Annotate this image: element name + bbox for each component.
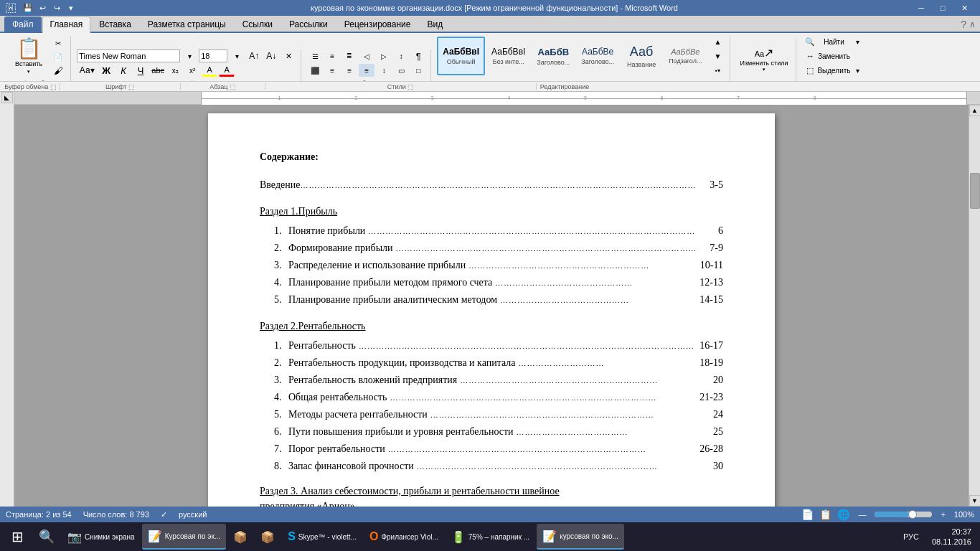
zoom-in-button[interactable]: +: [938, 510, 948, 519]
start-button[interactable]: ⊞: [3, 524, 32, 550]
copy-button[interactable]: 📄: [50, 50, 66, 63]
taskbar-app2[interactable]: 📦: [255, 524, 281, 550]
bold-button[interactable]: Ж: [98, 64, 114, 77]
style-title-button[interactable]: Ааб Название: [621, 37, 662, 75]
align-right-button[interactable]: ≡: [341, 64, 357, 77]
italic-button[interactable]: К: [116, 64, 131, 77]
vertical-scrollbar[interactable]: ▲ ▼: [969, 105, 980, 507]
style-heading1-button[interactable]: АаБбВ Заголово...: [532, 37, 575, 75]
replace-button[interactable]: Заменить: [819, 50, 848, 62]
multilevel-button[interactable]: ≣: [341, 50, 357, 62]
font-name-dropdown-button[interactable]: ▾: [182, 50, 197, 62]
numbering-button[interactable]: ≡: [324, 50, 340, 62]
styles-more-button[interactable]: ▪▾: [710, 64, 725, 77]
taskbar-battery[interactable]: 🔋 75% – напарник ...: [446, 524, 535, 550]
zoom-slider[interactable]: [875, 512, 932, 517]
scroll-up-button[interactable]: ▲: [969, 105, 981, 116]
help-button[interactable]: ?: [961, 19, 966, 30]
zoom-handle[interactable]: [908, 510, 917, 519]
qat-save-button[interactable]: 💾: [22, 1, 34, 14]
scroll-thumb[interactable]: [970, 173, 980, 209]
select-dropdown[interactable]: ▾: [849, 64, 865, 77]
style-heading2-button[interactable]: АаБбВе Заголово...: [576, 37, 619, 75]
tab-view[interactable]: Вид: [419, 17, 451, 32]
taskbar-screenshots[interactable]: 📷 Снимки экрана: [62, 524, 141, 550]
styles-dialog-button[interactable]: ⬚: [407, 83, 414, 90]
align-center-button[interactable]: ≡: [324, 64, 340, 77]
qat-dropdown-button[interactable]: ▾: [65, 1, 77, 14]
sort-button[interactable]: ↕: [393, 50, 409, 62]
bullets-button[interactable]: ☰: [307, 50, 323, 62]
borders-button[interactable]: □: [410, 64, 426, 77]
strikethrough-button[interactable]: abc: [150, 64, 166, 77]
change-styles-icon: Аа↗: [755, 46, 774, 60]
tab-layout[interactable]: Разметка страницы: [140, 17, 234, 32]
view-web-button[interactable]: 🌐: [837, 509, 849, 520]
style-subtitle-button[interactable]: АаБбВе Подзагол...: [664, 37, 707, 75]
scroll-track[interactable]: [969, 116, 980, 495]
tab-home[interactable]: Главная: [42, 17, 91, 33]
shading-button[interactable]: ▭: [393, 64, 409, 77]
font-color-button[interactable]: А: [219, 64, 235, 77]
tab-refs[interactable]: Ссылки: [235, 17, 281, 32]
lang-indicator[interactable]: РУС: [899, 532, 923, 541]
styles-scroll-down-button[interactable]: ▼: [710, 50, 725, 62]
justify-button[interactable]: ≡: [359, 64, 374, 77]
taskbar-coursework2[interactable]: 📝 курсовая по эко...: [537, 524, 624, 550]
font-size-dropdown-button[interactable]: ▾: [229, 50, 245, 62]
align-left-button[interactable]: ⬛: [307, 64, 323, 77]
ruler-content[interactable]: 1 2 3 4 5 6 7 8: [201, 92, 967, 105]
search-button[interactable]: 🔍: [33, 524, 60, 550]
ruler-corner-button[interactable]: ◣: [1, 92, 13, 103]
close-button[interactable]: ✕: [954, 1, 974, 14]
select-button[interactable]: Выделить: [819, 64, 848, 77]
format-painter-button[interactable]: 🖌: [50, 64, 66, 77]
ribbon-collapse-button[interactable]: ∧: [969, 19, 976, 29]
text-highlight-button[interactable]: А: [202, 64, 217, 77]
taskbar-skype[interactable]: S Skype™ - violett...: [282, 524, 362, 550]
increase-indent-button[interactable]: ▷: [376, 50, 392, 62]
tab-mail[interactable]: Рассылки: [281, 17, 336, 32]
font-shrink-button[interactable]: A↓: [263, 50, 279, 62]
decrease-indent-button[interactable]: ◁: [359, 50, 374, 62]
underline-button[interactable]: Ч: [133, 64, 149, 77]
view-read-button[interactable]: 📋: [819, 509, 831, 520]
para-controls: ☰ ≡ ≣ ◁ ▷ ↕ ¶ ⬛ ≡ ≡ ≡ ↕ ▭ □: [307, 50, 426, 77]
line-spacing-button[interactable]: ↕: [376, 64, 392, 77]
font-grow-button[interactable]: A↑: [246, 50, 262, 62]
tab-review[interactable]: Рецензирование: [336, 17, 419, 32]
font-size-input[interactable]: [199, 50, 227, 62]
maximize-button[interactable]: □: [933, 1, 953, 14]
show-marks-button[interactable]: ¶: [410, 50, 426, 62]
styles-scroll-up-button[interactable]: ▲: [710, 35, 725, 48]
tab-file[interactable]: Файл: [4, 17, 42, 32]
tab-insert[interactable]: Вставка: [91, 17, 139, 32]
qat-redo-button[interactable]: ↪: [50, 1, 63, 14]
zoom-out-button[interactable]: —: [855, 510, 869, 519]
find-dropdown[interactable]: ▾: [849, 35, 865, 48]
taskbar-app1[interactable]: 📦: [227, 524, 253, 550]
clear-format-button[interactable]: ✕: [281, 50, 296, 62]
subscript-button[interactable]: x₂: [167, 64, 183, 77]
style-nospacing-button[interactable]: АаБбВвІ Без инте...: [486, 37, 530, 75]
view-print-button[interactable]: 📄: [801, 509, 814, 520]
taskbar-freelancer[interactable]: О Фрилансер Viol...: [364, 524, 444, 550]
cut-button[interactable]: ✂: [50, 37, 66, 50]
change-styles-button[interactable]: Аа↗ Изменить стили ▾: [736, 41, 791, 77]
minimize-button[interactable]: ─: [911, 1, 931, 14]
document-page[interactable]: Содержание: Введение………………………………………………………: [208, 113, 775, 507]
paste-button[interactable]: 📋 Вставить ▾: [9, 37, 49, 72]
scroll-down-button[interactable]: ▼: [969, 495, 981, 507]
style-normal-button[interactable]: АаБбВвІ Обычный: [437, 37, 485, 75]
para-dialog-button[interactable]: ⬚: [230, 83, 236, 90]
clipboard-dialog-button[interactable]: ⬚: [50, 83, 57, 90]
coursework2-label: курсовая по эко...: [560, 532, 618, 540]
page-scroll-container[interactable]: Содержание: Введение………………………………………………………: [14, 105, 969, 507]
font-dialog-button[interactable]: ⬚: [128, 83, 135, 90]
font-name-input[interactable]: [77, 50, 180, 62]
case-button[interactable]: Аа▾: [77, 64, 97, 77]
qat-undo-button[interactable]: ↩: [36, 1, 49, 14]
find-button[interactable]: Найти: [819, 35, 848, 48]
taskbar-coursework1[interactable]: 📝 Курсовая по эк...: [142, 524, 226, 550]
superscript-button[interactable]: x²: [184, 64, 200, 77]
